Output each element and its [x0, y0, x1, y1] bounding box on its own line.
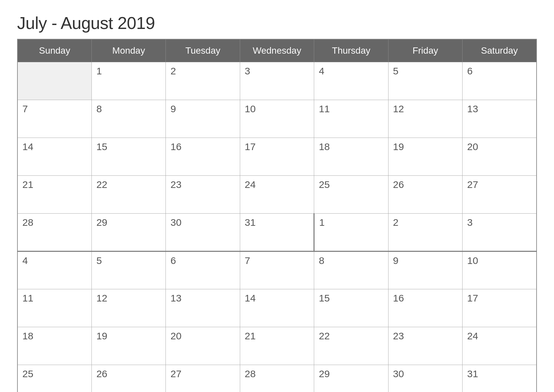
calendar-cell: 15	[91, 138, 165, 176]
calendar-cell: 26	[91, 365, 165, 392]
calendar-cell: 17	[463, 289, 537, 327]
calendar-cell: 8	[314, 251, 388, 289]
day-number: 15	[96, 141, 107, 152]
calendar-cell: 12	[91, 289, 165, 327]
day-number: 29	[96, 217, 107, 228]
day-number: 18	[22, 330, 33, 341]
calendar-cell: 4	[17, 251, 91, 289]
day-number: 3	[467, 217, 473, 228]
day-number: 31	[467, 368, 478, 379]
calendar-cell: 29	[314, 365, 388, 392]
calendar-cell: 10	[463, 251, 537, 289]
day-number: 19	[96, 330, 107, 341]
calendar-cell: 28	[240, 365, 314, 392]
day-number: 30	[170, 217, 181, 228]
calendar-cell: 27	[463, 176, 537, 214]
day-number: 20	[467, 141, 478, 152]
day-number: 17	[245, 141, 256, 152]
calendar-cell: 21	[240, 327, 314, 365]
calendar-cell: 13	[166, 289, 240, 327]
day-number: 5	[393, 65, 399, 76]
calendar-page: July - August 2019 SundayMondayTuesdayWe…	[17, 13, 537, 392]
calendar-cell: 25	[17, 365, 91, 392]
day-number: 14	[245, 293, 256, 303]
calendar-cell: 16	[388, 289, 462, 327]
calendar-cell: 5	[388, 62, 462, 100]
calendar-cell: 19	[91, 327, 165, 365]
day-number: 26	[393, 179, 404, 190]
day-number: 28	[22, 217, 33, 228]
day-number: 31	[245, 217, 256, 228]
day-number: 1	[96, 65, 102, 76]
calendar-cell: 24	[240, 176, 314, 214]
calendar-cell: 8	[91, 100, 165, 138]
calendar-cell: 14	[240, 289, 314, 327]
day-number: 18	[319, 141, 330, 152]
day-number: 12	[393, 103, 404, 114]
calendar-cell: 6	[463, 62, 537, 100]
day-number: 5	[96, 255, 102, 266]
calendar-title: July - August 2019	[17, 13, 537, 33]
calendar-cell: 1	[91, 62, 165, 100]
day-number: 21	[245, 330, 256, 341]
calendar-cell: 20	[166, 327, 240, 365]
calendar-cell: 14	[17, 138, 91, 176]
calendar-cell: 22	[314, 327, 388, 365]
day-number: 27	[467, 179, 478, 190]
calendar-cell: 29	[91, 214, 165, 251]
day-header-tuesday: Tuesday	[166, 39, 240, 62]
calendar-table: SundayMondayTuesdayWednesdayThursdayFrid…	[17, 39, 537, 392]
calendar-cell: 11	[17, 289, 91, 327]
calendar-cell: 2	[388, 214, 462, 251]
calendar-cell: 12	[388, 100, 462, 138]
day-number: 30	[393, 368, 404, 379]
calendar-header-row: SundayMondayTuesdayWednesdayThursdayFrid…	[17, 39, 537, 62]
calendar-cell: 25	[314, 176, 388, 214]
calendar-cell: 7	[17, 100, 91, 138]
calendar-cell: 31	[463, 365, 537, 392]
day-number: 9	[170, 103, 176, 114]
calendar-cell: 23	[166, 176, 240, 214]
calendar-cell: 4	[314, 62, 388, 100]
calendar-week-row: 11121314151617	[17, 289, 537, 327]
day-number: 24	[467, 330, 478, 341]
day-number: 8	[319, 255, 324, 266]
day-number: 3	[245, 65, 250, 76]
calendar-cell: 15	[314, 289, 388, 327]
calendar-cell: 9	[166, 100, 240, 138]
calendar-week-row: 123456	[17, 62, 537, 100]
calendar-week-row: 45678910	[17, 251, 537, 289]
calendar-cell: 18	[314, 138, 388, 176]
day-number: 13	[170, 293, 181, 303]
calendar-cell: 24	[463, 327, 537, 365]
day-number: 26	[96, 368, 107, 379]
day-number: 28	[245, 368, 256, 379]
day-number: 6	[170, 255, 176, 266]
day-number: 21	[22, 179, 33, 190]
calendar-cell: 9	[388, 251, 462, 289]
day-number: 2	[393, 217, 399, 228]
calendar-week-row: 28293031123	[17, 214, 537, 251]
day-header-wednesday: Wednesday	[240, 39, 314, 62]
calendar-cell: 16	[166, 138, 240, 176]
day-number: 16	[170, 141, 181, 152]
day-number: 25	[319, 179, 330, 190]
calendar-week-row: 25262728293031	[17, 365, 537, 392]
day-number: 4	[22, 255, 28, 266]
day-number: 16	[393, 293, 404, 303]
day-number: 22	[319, 330, 330, 341]
day-number: 17	[467, 293, 478, 303]
day-number: 25	[22, 368, 33, 379]
calendar-cell	[17, 62, 91, 100]
calendar-week-row: 18192021222324	[17, 327, 537, 365]
calendar-cell: 18	[17, 327, 91, 365]
calendar-cell: 17	[240, 138, 314, 176]
day-number: 10	[467, 255, 478, 266]
day-number: 23	[170, 179, 181, 190]
day-number: 7	[22, 103, 28, 114]
calendar-cell: 30	[388, 365, 462, 392]
calendar-cell: 5	[91, 251, 165, 289]
day-number: 27	[170, 368, 181, 379]
calendar-cell: 23	[388, 327, 462, 365]
day-number: 4	[319, 65, 324, 76]
